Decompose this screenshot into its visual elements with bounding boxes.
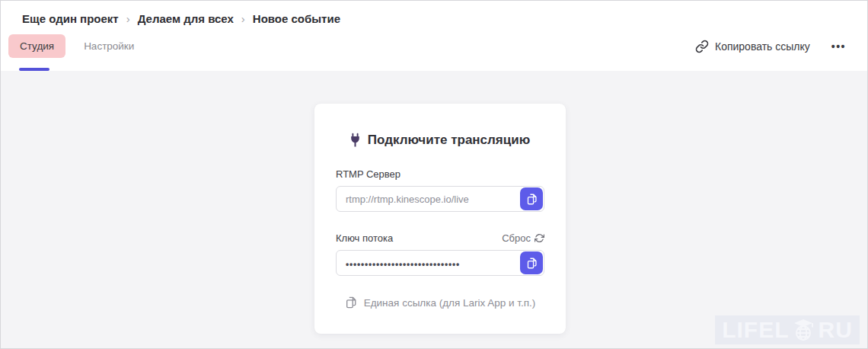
tab-studio[interactable]: Студия (8, 34, 65, 58)
reset-key-button[interactable]: Сброс (502, 232, 544, 244)
rtmp-server-field: RTMP Сервер (336, 168, 544, 212)
connect-stream-card: Подключите трансляцию RTMP Сервер (314, 104, 566, 334)
copy-icon (526, 257, 538, 270)
copy-icon (345, 296, 357, 309)
watermark-text-left: LIFEL (722, 317, 789, 343)
copy-link-button[interactable]: Копировать ссылку (695, 40, 810, 53)
watermark-text-right: RU (818, 317, 852, 343)
tabs-row: Студия Настройки Копировать ссылку ••• (1, 34, 867, 58)
breadcrumb: Еще один проект › Делаем для всех › Ново… (1, 1, 867, 25)
globe-graduation-cap-icon (791, 318, 815, 342)
breadcrumb-item-project[interactable]: Еще один проект (22, 12, 119, 25)
more-menu-button[interactable]: ••• (831, 38, 846, 55)
copy-icon (526, 193, 538, 206)
stream-key-field: Ключ потока Сброс (336, 232, 544, 276)
stream-key-input[interactable] (336, 250, 544, 276)
refresh-icon (535, 233, 544, 243)
card-title-row: Подключите трансляцию (336, 133, 544, 148)
event-page: Еще один проект › Делаем для всех › Ново… (0, 0, 868, 349)
rtmp-server-label: RTMP Сервер (336, 168, 544, 180)
single-link-label: Единая ссылка (для Larix App и т.п.) (364, 297, 536, 309)
header: Еще один проект › Делаем для всех › Ново… (1, 1, 867, 71)
breadcrumb-item-current: Новое событие (253, 12, 340, 25)
breadcrumb-item-folder[interactable]: Делаем для всех (138, 12, 234, 25)
copy-link-label: Копировать ссылку (715, 40, 810, 53)
studio-panel: Подключите трансляцию RTMP Сервер (1, 71, 867, 348)
rtmp-server-input[interactable] (336, 186, 544, 212)
copy-stream-key-button[interactable] (520, 251, 543, 274)
stream-key-label: Ключ потока (336, 232, 393, 244)
chevron-right-icon: › (241, 12, 245, 25)
card-title: Подключите трансляцию (368, 133, 530, 148)
watermark: LIFEL RU (715, 315, 860, 344)
header-actions: Копировать ссылку ••• (695, 38, 846, 55)
plug-icon (350, 133, 360, 148)
ellipsis-icon: ••• (831, 40, 846, 53)
copy-rtmp-server-button[interactable] (520, 187, 543, 210)
chevron-right-icon: › (126, 12, 130, 25)
copy-single-link-button[interactable]: Единая ссылка (для Larix App и т.п.) (336, 296, 544, 309)
tab-settings[interactable]: Настройки (72, 34, 145, 58)
reset-key-label: Сброс (502, 232, 531, 244)
link-icon (695, 40, 709, 53)
